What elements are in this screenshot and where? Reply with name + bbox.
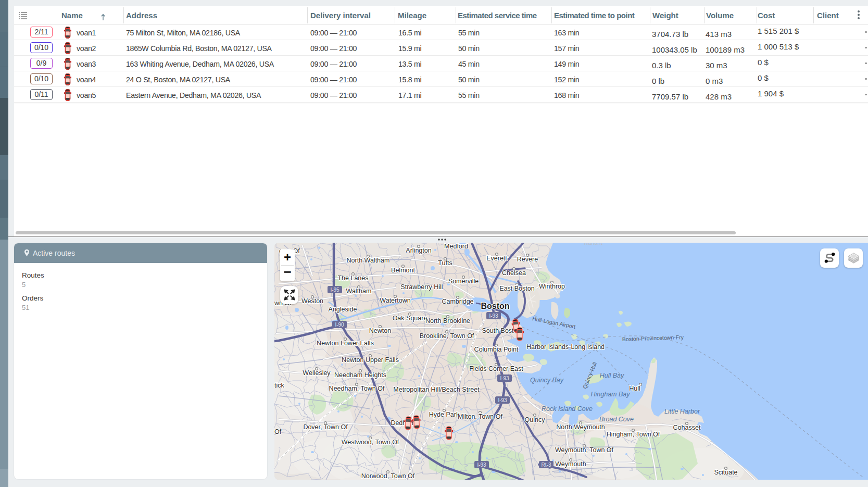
- svg-text:Revere: Revere: [517, 256, 538, 263]
- svg-text:Quincy-Hull: Quincy-Hull: [582, 361, 598, 390]
- svg-text:Watertown: Watertown: [380, 297, 410, 304]
- svg-text:Little Harbor: Little Harbor: [664, 408, 700, 415]
- svg-text:Columbia Point: Columbia Point: [474, 346, 519, 353]
- svg-text:Hyde Park: Hyde Park: [429, 411, 460, 418]
- svg-text:Fields Corner East: Fields Corner East: [469, 365, 523, 372]
- svg-text:Arlington: Arlington: [406, 247, 431, 254]
- svg-text:Quincy Bay: Quincy Bay: [530, 377, 564, 384]
- svg-text:Wellesley: Wellesley: [303, 369, 331, 377]
- svg-text:Needham, Town Of: Needham, Town Of: [329, 385, 385, 392]
- svg-text:North Brookline: North Brookline: [425, 317, 470, 324]
- svg-text:Nahant: Nahant: [584, 243, 602, 246]
- svg-text:Chelsea: Chelsea: [502, 269, 526, 277]
- svg-text:Weston: Weston: [301, 297, 323, 305]
- svg-text:Westwood, Town Of: Westwood, Town Of: [342, 439, 399, 446]
- svg-text:Harbor Islands-Long Island: Harbor Islands-Long Island: [526, 343, 605, 351]
- svg-text:Hull-Logan Airport: Hull-Logan Airport: [532, 315, 576, 330]
- svg-text:Newton Upper Falls: Newton Upper Falls: [342, 356, 399, 364]
- svg-text:North Waltham: North Waltham: [347, 257, 390, 264]
- svg-text:Norwood, Town Of: Norwood, Town Of: [361, 472, 415, 480]
- svg-text:Brookline, Town Of: Brookline, Town Of: [420, 332, 474, 340]
- svg-text:Hull: Hull: [629, 385, 640, 392]
- svg-text:North Weymouth: North Weymouth: [556, 423, 605, 431]
- svg-text:Winthrop: Winthrop: [539, 283, 565, 290]
- svg-text:Scituate: Scituate: [714, 469, 737, 476]
- svg-text:Newton: Newton: [369, 327, 391, 334]
- svg-text:Weymouth: Weymouth: [555, 460, 586, 468]
- svg-text:Everett: Everett: [486, 255, 507, 262]
- svg-text:Hingham, Town Of: Hingham, Town Of: [607, 431, 660, 438]
- svg-text:Boston-Provincetown-Fry: Boston-Provincetown-Fry: [622, 334, 684, 342]
- svg-text:Strawberry Hill: Strawberry Hill: [400, 283, 443, 291]
- svg-text:Quincy: Quincy: [525, 416, 546, 423]
- svg-text:Cohasset: Cohasset: [673, 424, 701, 431]
- svg-text:Needham Heights: Needham Heights: [334, 371, 386, 379]
- svg-text:Tufts: Tufts: [438, 259, 452, 267]
- svg-text:Broad Cove: Broad Cove: [599, 416, 634, 423]
- svg-text:Belmont: Belmont: [391, 267, 415, 274]
- svg-text:Boston: Boston: [481, 302, 509, 310]
- svg-text:Milton, Town Of: Milton, Town Of: [458, 413, 502, 420]
- svg-text:Angleside: Angleside: [329, 306, 357, 313]
- svg-text:Cambridge: Cambridge: [442, 298, 473, 305]
- svg-text:Waltham: Waltham: [346, 288, 372, 295]
- svg-text:Metropolitan Hill/Beach Street: Metropolitan Hill/Beach Street: [393, 386, 480, 393]
- svg-text:Newton Lower Falls: Newton Lower Falls: [317, 340, 374, 347]
- svg-text:South Bost: South Bost: [482, 327, 514, 334]
- svg-text:Hull Bay: Hull Bay: [600, 372, 624, 379]
- svg-text:Dover, Town Of: Dover, Town Of: [303, 423, 348, 431]
- svg-text:Medford: Medford: [444, 243, 468, 250]
- svg-text:Somerville: Somerville: [448, 278, 479, 285]
- svg-text:Of: Of: [274, 428, 282, 435]
- svg-text:Rock Island Cove: Rock Island Cove: [542, 405, 593, 413]
- svg-text:Hingham Bay: Hingham Bay: [590, 391, 630, 398]
- svg-text:East Boston: East Boston: [499, 285, 534, 292]
- svg-text:Oak Square: Oak Square: [393, 315, 427, 322]
- svg-text:The Lanes: The Lanes: [337, 274, 368, 282]
- svg-text:tick: tick: [274, 382, 285, 389]
- svg-text:Weymouth, Town Of: Weymouth, Town Of: [555, 446, 614, 454]
